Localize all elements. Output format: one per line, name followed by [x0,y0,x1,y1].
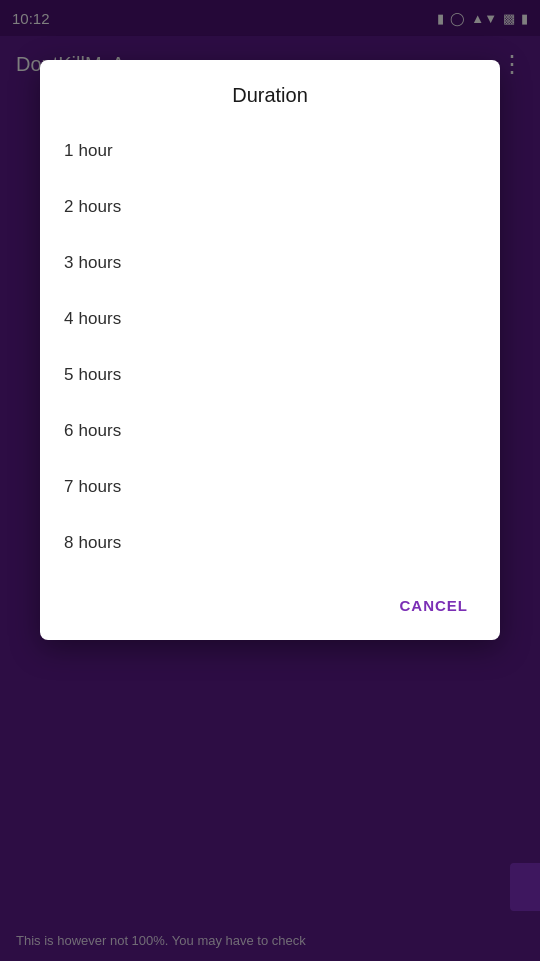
dialog-options-list: 1 hour2 hours3 hours4 hours5 hours6 hour… [40,123,500,579]
dialog-actions: CANCEL [40,579,500,640]
cancel-button[interactable]: CANCEL [384,587,485,624]
dialog-title: Duration [40,60,500,123]
duration-option-2[interactable]: 2 hours [40,179,500,235]
duration-option-8[interactable]: 8 hours [40,515,500,571]
duration-option-3[interactable]: 3 hours [40,235,500,291]
duration-option-5[interactable]: 5 hours [40,347,500,403]
duration-dialog: Duration 1 hour2 hours3 hours4 hours5 ho… [40,60,500,640]
dialog-overlay: Duration 1 hour2 hours3 hours4 hours5 ho… [0,0,540,961]
duration-option-6[interactable]: 6 hours [40,403,500,459]
duration-option-7[interactable]: 7 hours [40,459,500,515]
duration-option-4[interactable]: 4 hours [40,291,500,347]
duration-option-1[interactable]: 1 hour [40,123,500,179]
